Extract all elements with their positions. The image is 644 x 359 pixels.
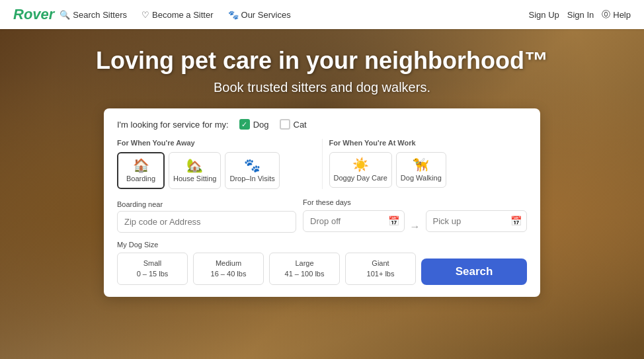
size-small-label: Small xyxy=(122,259,183,268)
location-dates-row: Boarding near For these days 📅 → 📅 xyxy=(117,198,527,233)
help-link[interactable]: ⓪ Help xyxy=(602,9,631,20)
drop-in-icon: 🐾 xyxy=(244,159,261,172)
pet-selector: I'm looking for service for my: ✓ Dog Ca… xyxy=(117,119,527,130)
hero-subheadline: Book trusted sitters and dog walkers. xyxy=(96,80,548,95)
size-label: My Dog Size xyxy=(117,241,527,249)
size-medium-button[interactable]: Medium 16 – 40 lbs xyxy=(193,253,264,285)
logo[interactable]: Rover xyxy=(13,6,54,23)
search-button[interactable]: Search xyxy=(421,259,527,285)
date-range: 📅 → 📅 xyxy=(303,209,527,233)
date-separator: → xyxy=(409,221,422,233)
search-icon: 🔍 xyxy=(60,10,70,20)
logo-text: Rover xyxy=(13,6,54,23)
house-sitting-icon: 🏡 xyxy=(186,159,203,172)
dog-walking-label: Dog Walking xyxy=(401,174,442,182)
dog-label: Dog xyxy=(253,120,269,130)
boarding-label: Boarding xyxy=(126,175,155,182)
work-services-group: For When You're At Work ☀️ Doggy Day Car… xyxy=(329,139,528,189)
dog-walking-button[interactable]: 🦮 Dog Walking xyxy=(396,152,446,188)
size-large-button[interactable]: Large 41 – 100 lbs xyxy=(269,253,340,285)
location-label: Boarding near xyxy=(117,200,296,208)
size-medium-label: Medium xyxy=(198,259,259,268)
day-care-label: Doggy Day Care xyxy=(334,174,387,182)
size-large-label: Large xyxy=(274,259,335,268)
service-divider xyxy=(322,139,323,189)
size-small-button[interactable]: Small 0 – 15 lbs xyxy=(117,253,188,285)
drop-in-label: Drop–In Visits xyxy=(229,175,274,182)
service-sections: For When You're Away 🏠 Boarding 🏡 House … xyxy=(117,139,527,189)
size-buttons: Small 0 – 15 lbs Medium 16 – 40 lbs Larg… xyxy=(117,253,416,285)
cat-label: Cat xyxy=(294,120,307,130)
boarding-button[interactable]: 🏠 Boarding xyxy=(117,152,165,189)
dog-walking-icon: 🦮 xyxy=(413,158,429,171)
size-small-range: 0 – 15 lbs xyxy=(122,269,183,279)
nav-become-sitter[interactable]: ♡ Become a Sitter xyxy=(136,7,219,22)
day-care-icon: ☀️ xyxy=(352,158,369,171)
hero-text: Loving pet care in your neighborhood™ Bo… xyxy=(96,46,548,95)
cat-checkbox[interactable] xyxy=(280,119,290,130)
size-large-range: 41 – 100 lbs xyxy=(274,269,335,279)
size-giant-range: 101+ lbs xyxy=(350,269,411,279)
hero-headline: Loving pet care in your neighborhood™ xyxy=(96,46,548,75)
size-medium-range: 16 – 40 lbs xyxy=(198,269,259,279)
sign-up-link[interactable]: Sign Up xyxy=(529,10,559,20)
nav-search-sitters[interactable]: 🔍 Search Sitters xyxy=(54,7,132,22)
pickup-input[interactable] xyxy=(426,210,527,232)
help-icon: ⓪ xyxy=(602,9,610,20)
dog-checkbox[interactable]: ✓ xyxy=(239,119,250,130)
dates-label: For these days xyxy=(303,198,527,206)
work-label: For When You're At Work xyxy=(329,139,528,147)
doggy-day-care-button[interactable]: ☀️ Doggy Day Care xyxy=(329,152,392,188)
dropoff-wrapper: 📅 xyxy=(303,210,404,232)
dates-group: For these days 📅 → 📅 xyxy=(303,198,527,233)
location-group: Boarding near xyxy=(117,200,296,233)
away-services-group: For When You're Away 🏠 Boarding 🏡 House … xyxy=(117,139,315,189)
size-giant-button[interactable]: Giant 101+ lbs xyxy=(345,253,416,285)
pet-selector-label: I'm looking for service for my: xyxy=(117,120,229,130)
nav-right: Sign Up Sign In ⓪ Help xyxy=(529,9,631,20)
bottom-row: Small 0 – 15 lbs Medium 16 – 40 lbs Larg… xyxy=(117,253,527,285)
boarding-icon: 🏠 xyxy=(133,159,149,172)
size-giant-label: Giant xyxy=(350,259,411,268)
location-input[interactable] xyxy=(117,211,296,233)
nav-our-services[interactable]: 🐾 Our Services xyxy=(223,7,296,22)
hero-section: Loving pet care in your neighborhood™ Bo… xyxy=(0,0,644,359)
drop-in-visits-button[interactable]: 🐾 Drop–In Visits xyxy=(225,152,279,189)
navbar: Rover 🔍 Search Sitters ♡ Become a Sitter… xyxy=(0,0,644,29)
pet-dog-label[interactable]: ✓ Dog xyxy=(239,119,269,130)
paw-icon: 🐾 xyxy=(228,10,239,20)
pickup-wrapper: 📅 xyxy=(426,210,527,232)
house-sitting-button[interactable]: 🏡 House Sitting xyxy=(169,152,221,189)
size-buttons-group: Small 0 – 15 lbs Medium 16 – 40 lbs Larg… xyxy=(117,253,416,285)
pet-cat-label[interactable]: Cat xyxy=(280,119,307,130)
away-label: For When You're Away xyxy=(117,139,315,147)
work-service-buttons: ☀️ Doggy Day Care 🦮 Dog Walking xyxy=(329,152,528,188)
check-icon: ✓ xyxy=(241,121,247,128)
house-sitting-label: House Sitting xyxy=(173,175,216,182)
dropoff-input[interactable] xyxy=(303,210,404,232)
search-card: I'm looking for service for my: ✓ Dog Ca… xyxy=(104,108,540,297)
away-service-buttons: 🏠 Boarding 🏡 House Sitting 🐾 Drop–In Vis… xyxy=(117,152,315,189)
nav-links: 🔍 Search Sitters ♡ Become a Sitter 🐾 Our… xyxy=(54,7,528,22)
sign-in-link[interactable]: Sign In xyxy=(567,10,594,20)
heart-icon: ♡ xyxy=(141,10,149,20)
